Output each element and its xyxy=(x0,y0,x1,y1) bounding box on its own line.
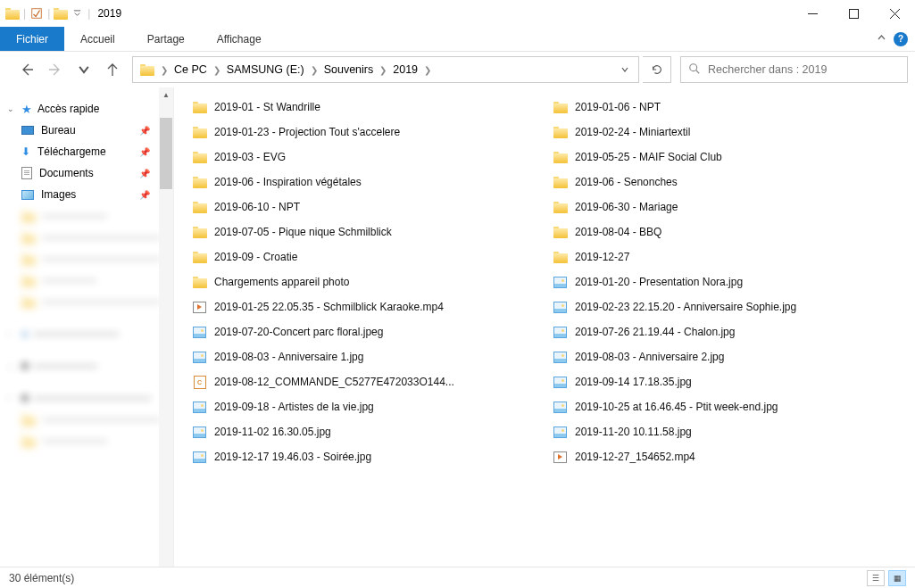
sidebar-blurred-item[interactable]: —————— xyxy=(0,205,173,227)
crumb-2019[interactable]: 2019 xyxy=(389,57,421,82)
maximize-button[interactable] xyxy=(833,0,874,27)
sidebar-blurred-item[interactable]: ——————————— xyxy=(0,291,173,312)
sidebar-blurred-group[interactable]: ⌄■—————— xyxy=(0,355,173,377)
address-dropdown-icon[interactable] xyxy=(615,65,635,74)
tab-share[interactable]: Partage xyxy=(131,27,201,51)
chevron-right-icon[interactable]: ❯ xyxy=(308,65,320,75)
list-item[interactable]: 2019-07-20-Concert parc floral.jpeg xyxy=(188,319,528,344)
list-item[interactable]: 2019-01-06 - NPT xyxy=(549,95,888,120)
address-bar[interactable]: ❯ Ce PC ❯ SAMSUNG (E:) ❯ Souvenirs ❯ 201… xyxy=(132,56,639,83)
qat-dropdown-icon[interactable] xyxy=(70,6,84,21)
list-item[interactable]: 2019-11-20 10.11.58.jpg xyxy=(549,419,888,444)
list-item[interactable]: 2019-06-10 - NPT xyxy=(188,195,528,219)
chevron-right-icon[interactable]: ❯ xyxy=(377,65,389,75)
image-icon xyxy=(192,325,207,340)
sidebar-item-documents[interactable]: Documents 📌 xyxy=(0,162,173,184)
item-label: 2019-07-20-Concert parc floral.jpeg xyxy=(214,326,383,338)
recent-dropdown[interactable] xyxy=(71,57,96,82)
item-label: 2019-07-05 - Pique nique Schmilblick xyxy=(214,226,392,238)
scroll-up-icon[interactable]: ▲ xyxy=(162,87,170,102)
image-icon xyxy=(192,350,207,365)
download-icon: ⬇ xyxy=(21,145,30,158)
sidebar-blurred-item[interactable]: ——————————— xyxy=(0,409,173,430)
image-icon xyxy=(553,300,568,315)
list-item[interactable]: Chargements appareil photo xyxy=(188,269,528,294)
sidebar-scrollbar[interactable]: ▲ xyxy=(159,87,173,567)
item-label: 2019-07-26 21.19.44 - Chalon.jpg xyxy=(575,326,735,338)
list-item[interactable]: 2019-06-30 - Mariage xyxy=(549,195,888,219)
crumb-drive[interactable]: SAMSUNG (E:) xyxy=(223,57,308,82)
scroll-thumb[interactable] xyxy=(160,118,172,189)
sidebar-quick-access[interactable]: ⌄ ★ Accès rapide xyxy=(0,98,173,120)
list-item[interactable]: 2019-01 - St Wandrille xyxy=(188,95,528,120)
search-box[interactable] xyxy=(680,56,908,83)
sidebar-blurred-item[interactable]: ——————————— xyxy=(0,227,173,248)
tab-view[interactable]: Affichage xyxy=(201,27,278,51)
view-icons-button[interactable]: ▦ xyxy=(888,570,906,586)
tab-file[interactable]: Fichier xyxy=(0,27,64,51)
list-item[interactable]: 2019-09-18 - Artistes de la vie.jpg xyxy=(188,394,528,419)
list-item[interactable]: 2019-09 - Croatie xyxy=(188,244,528,269)
qat-properties-icon[interactable] xyxy=(29,6,44,21)
pin-icon: 📌 xyxy=(139,147,150,157)
list-item[interactable]: 2019-03 - EVG xyxy=(188,145,528,170)
nav-bar: ❯ Ce PC ❯ SAMSUNG (E:) ❯ Souvenirs ❯ 201… xyxy=(0,52,915,87)
list-item[interactable]: 2019-01-23 - Projection Tout s'accelere xyxy=(188,120,528,145)
list-item[interactable]: 2019-06 - Inspiration végétales xyxy=(188,170,528,195)
list-item[interactable]: 2019-11-02 16.30.05.jpg xyxy=(188,419,528,444)
sidebar-item-desktop[interactable]: Bureau 📌 xyxy=(0,120,173,141)
window-title: 2019 xyxy=(97,7,121,20)
back-button[interactable] xyxy=(14,57,39,82)
sidebar-item-images[interactable]: Images 📌 xyxy=(0,184,173,205)
list-item[interactable]: 2019-01-25 22.05.35 - Schmilblick Karaok… xyxy=(188,294,528,319)
chevron-right-icon[interactable]: ❯ xyxy=(158,65,171,75)
list-item[interactable]: 2019-12-27 xyxy=(549,244,888,269)
list-item[interactable]: 2019-07-26 21.19.44 - Chalon.jpg xyxy=(549,319,888,344)
desktop-icon xyxy=(21,126,34,135)
list-item[interactable]: 2019-01-20 - Presentation Nora.jpg xyxy=(549,269,888,294)
sidebar-blurred-item[interactable]: ————— xyxy=(0,269,173,291)
view-details-button[interactable]: ☰ xyxy=(867,570,885,586)
list-item[interactable]: 2019-02-23 22.15.20 - Anniversaire Sophi… xyxy=(549,294,888,319)
list-item[interactable]: 2019-08-04 - BBQ xyxy=(549,219,888,244)
list-item[interactable]: 2019-12-17 19.46.03 - Soirée.jpg xyxy=(188,444,528,469)
sidebar-blurred-item[interactable]: —————— xyxy=(0,430,173,451)
sidebar-blurred-item[interactable]: ——————————— xyxy=(0,248,173,269)
list-item[interactable]: 2019-09-14 17.18.35.jpg xyxy=(549,369,888,394)
list-item[interactable]: C2019-08-12_COMMANDE_C5277E472033O144... xyxy=(188,369,528,394)
search-icon xyxy=(688,62,701,78)
list-item[interactable]: 2019-05-25 - MAIF Social Club xyxy=(549,145,888,170)
minimize-button[interactable] xyxy=(792,0,833,27)
image-icon xyxy=(553,425,568,440)
list-item[interactable]: 2019-07-05 - Pique nique Schmilblick xyxy=(188,219,528,244)
chevron-right-icon[interactable]: ❯ xyxy=(421,65,434,75)
refresh-button[interactable] xyxy=(643,56,671,83)
crumb-souvenirs[interactable]: Souvenirs xyxy=(320,57,378,82)
qat-folder-icon[interactable] xyxy=(54,6,68,21)
list-item[interactable]: 2019-08-03 - Anniversaire 2.jpg xyxy=(549,344,888,369)
up-button[interactable] xyxy=(100,57,125,82)
search-input[interactable] xyxy=(708,63,900,76)
list-item[interactable]: 2019-08-03 - Anniversaire 1.jpg xyxy=(188,344,528,369)
list-item[interactable]: 2019-10-25 at 16.46.45 - Ptit week-end.j… xyxy=(549,394,888,419)
tab-home[interactable]: Accueil xyxy=(64,27,131,51)
sidebar-item-downloads[interactable]: ⬇ Téléchargeme 📌 xyxy=(0,141,173,162)
help-icon[interactable]: ? xyxy=(894,32,908,46)
ribbon-collapse-icon[interactable] xyxy=(877,33,886,46)
image-icon xyxy=(192,450,207,465)
crumb-pc[interactable]: Ce PC xyxy=(171,57,211,82)
list-item[interactable]: 2019-02-24 - Miniartextil xyxy=(549,120,888,145)
svg-rect-3 xyxy=(849,9,858,18)
forward-button[interactable] xyxy=(43,57,68,82)
close-button[interactable] xyxy=(874,0,915,27)
list-item[interactable]: 2019-06 - Senonches xyxy=(549,170,888,195)
folder-icon xyxy=(553,150,568,165)
item-label: 2019-08-03 - Anniversaire 2.jpg xyxy=(575,351,724,363)
folder-icon xyxy=(553,175,568,190)
sidebar-blurred-group[interactable]: ›●———————— xyxy=(0,323,173,344)
expand-icon[interactable]: ⌄ xyxy=(7,104,16,113)
sidebar-blurred-group[interactable]: ›■——————————— xyxy=(0,387,173,409)
chevron-right-icon[interactable]: ❯ xyxy=(211,65,223,75)
svg-rect-0 xyxy=(32,9,42,19)
list-item[interactable]: 2019-12-27_154652.mp4 xyxy=(549,444,888,469)
